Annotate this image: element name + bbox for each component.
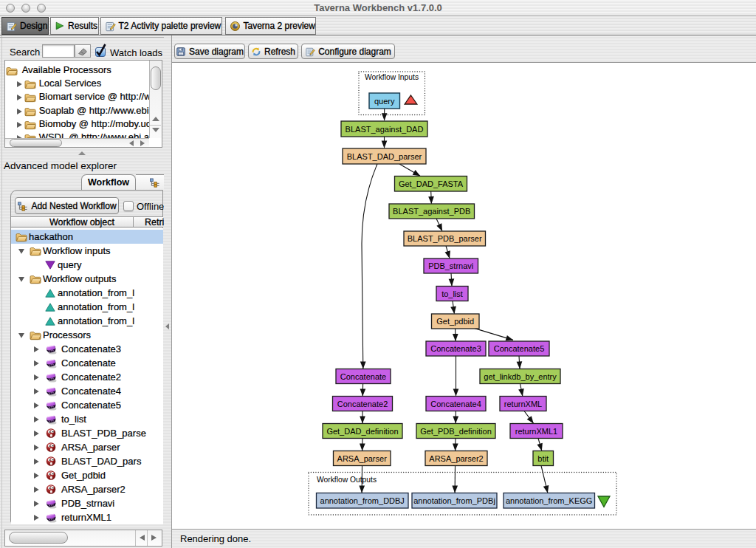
svg-text:Concatenate3: Concatenate3 bbox=[430, 344, 481, 353]
svg-text:Concatenate4: Concatenate4 bbox=[430, 400, 481, 408]
svg-text:Get_DAD_definition: Get_DAD_definition bbox=[326, 427, 398, 436]
svg-text:returnXML1: returnXML1 bbox=[515, 427, 557, 436]
svg-text:Get_PDB_definition: Get_PDB_definition bbox=[420, 427, 492, 436]
svg-text:ARSA_parser2: ARSA_parser2 bbox=[429, 454, 483, 463]
svg-text:to_list: to_list bbox=[441, 290, 463, 298]
svg-text:BLAST_against_PDB: BLAST_against_PDB bbox=[393, 207, 470, 216]
svg-text:Get_DAD_FASTA: Get_DAD_FASTA bbox=[399, 179, 464, 188]
svg-text:annotation_from_KEGG: annotation_from_KEGG bbox=[506, 496, 592, 505]
svg-text:PDB_strnavi: PDB_strnavi bbox=[428, 261, 473, 270]
svg-text:annotation_from_DDBJ: annotation_from_DDBJ bbox=[320, 496, 405, 505]
svg-text:get_linkdb_by_entry: get_linkdb_by_entry bbox=[484, 372, 557, 381]
svg-text:BLAST_against_DAD: BLAST_against_DAD bbox=[346, 125, 424, 134]
svg-text:ARSA_parser: ARSA_parser bbox=[337, 454, 388, 463]
svg-text:BLAST_PDB_parser: BLAST_PDB_parser bbox=[408, 234, 482, 243]
svg-text:returnXML: returnXML bbox=[504, 400, 542, 408]
svg-text:Concatenate: Concatenate bbox=[340, 372, 386, 381]
svg-text:btit: btit bbox=[537, 454, 549, 463]
svg-text:BLAST_DAD_parser: BLAST_DAD_parser bbox=[347, 152, 422, 161]
svg-text:Workflow Inputs: Workflow Inputs bbox=[365, 73, 419, 81]
svg-text:Concatenate2: Concatenate2 bbox=[337, 400, 388, 408]
svg-text:Get_pdbid: Get_pdbid bbox=[436, 317, 474, 326]
svg-text:query: query bbox=[374, 97, 395, 106]
svg-text:Workflow Outputs: Workflow Outputs bbox=[317, 476, 377, 484]
svg-text:annotation_from_PDBj: annotation_from_PDBj bbox=[413, 496, 495, 505]
svg-text:Concatenate5: Concatenate5 bbox=[494, 344, 545, 353]
